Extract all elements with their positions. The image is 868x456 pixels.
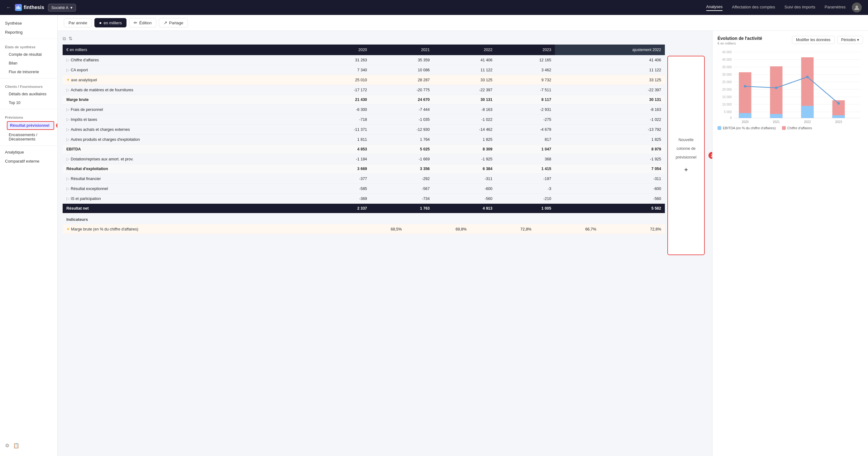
cell-value: -1 669 xyxy=(371,154,433,164)
cell-value: 30 131 xyxy=(433,95,496,105)
company-selector[interactable]: Société A ▾ xyxy=(48,4,76,11)
cell-value: -567 xyxy=(371,184,433,194)
chart-subtitle: € en milliers xyxy=(717,41,762,45)
cell-value: 21 430 xyxy=(308,95,371,105)
chart-controls: Modifier les données Périodes ▾ xyxy=(792,36,863,44)
expand-icon[interactable]: ▷ xyxy=(66,157,69,161)
expand-icon[interactable]: ▷ xyxy=(66,118,69,122)
cell-value: 4 853 xyxy=(308,144,371,154)
nav-affectation[interactable]: Affectation des comptes xyxy=(732,5,775,10)
periodes-button[interactable]: Périodes ▾ xyxy=(837,36,863,44)
new-column-button[interactable]: Nouvelle colonne de prévisionnel + xyxy=(668,56,705,255)
edition-button[interactable]: ✏ Édition xyxy=(129,18,156,27)
cell-value: 1 047 xyxy=(496,144,555,154)
indicator-value: 72,8% xyxy=(470,224,535,234)
sidebar-item-reporting[interactable]: Reporting xyxy=(0,28,57,37)
bar-ca-2021 xyxy=(770,66,783,118)
row-label: ▷Dotation/reprises aux amort. et prov. xyxy=(63,154,308,164)
clipboard-icon[interactable]: 📋 xyxy=(13,443,19,449)
cell-value: -197 xyxy=(496,174,555,184)
svg-text:25 000: 25 000 xyxy=(722,80,732,84)
expand-icon[interactable]: ▷ xyxy=(66,88,69,92)
cell-value: 3 462 xyxy=(496,65,555,75)
expand-icon[interactable]: ▷ xyxy=(66,58,69,62)
en-milliers-button[interactable]: ● en milliers xyxy=(94,18,126,27)
copy-icon[interactable]: ⧉ xyxy=(63,36,66,41)
expand-icon[interactable]: ▷ xyxy=(66,127,69,132)
sidebar-item-resultat-prev[interactable]: Résultat prévisionnel 1 xyxy=(7,121,54,130)
ebitda-point xyxy=(837,102,840,105)
expand-icon[interactable]: ▷ xyxy=(66,197,69,201)
divider xyxy=(0,145,57,146)
cell-value: -6 300 xyxy=(308,105,371,115)
sidebar-item-compte[interactable]: Compte de résultat xyxy=(0,50,57,59)
col-header-2021: 2021 xyxy=(371,44,433,55)
table-row-bold: Marge brute 21 430 24 670 30 131 8 117 3… xyxy=(63,95,665,105)
cell-value: -22 397 xyxy=(555,85,665,95)
sidebar-item-encaissements[interactable]: Encaissements / Décaissements xyxy=(0,131,57,143)
sort-icon[interactable]: ⇅ xyxy=(68,36,72,41)
expand-icon[interactable]: ▷ xyxy=(66,187,69,191)
row-label: ▷Achats de matières et de fournitures xyxy=(63,85,308,95)
cell-value: 33 125 xyxy=(433,75,496,85)
company-name: Société A xyxy=(52,5,68,10)
row-label: Marge brute xyxy=(63,95,308,105)
indicators-table: ✦Marge brute (en % du chiffre d'affaires… xyxy=(63,224,665,234)
modifier-donnees-button[interactable]: Modifier les données xyxy=(792,36,835,44)
expand-icon[interactable]: ▷ xyxy=(66,176,69,181)
cell-value: -1 022 xyxy=(555,115,665,125)
svg-rect-0 xyxy=(17,6,18,9)
bar-ebitda-2021 xyxy=(770,114,783,118)
svg-text:2020: 2020 xyxy=(742,120,749,124)
user-avatar[interactable] xyxy=(852,2,862,12)
svg-text:20 000: 20 000 xyxy=(722,88,732,91)
expand-icon[interactable]: ▷ xyxy=(66,107,69,112)
expand-icon[interactable]: ▷ xyxy=(66,68,69,72)
table-wrapper: € en milliers 2020 2021 2022 2023 ajuste… xyxy=(63,44,707,255)
indicator-value: 66,7% xyxy=(535,224,600,234)
cell-value: -11 371 xyxy=(308,125,371,135)
col-header-2022: 2022 xyxy=(433,44,496,55)
table-row: ▷Autres produits et charges d'exploitati… xyxy=(63,135,665,144)
par-annee-button[interactable]: Par année xyxy=(64,19,92,27)
cell-value: 3 669 xyxy=(308,164,371,174)
share-icon: ↗ xyxy=(163,20,167,25)
cell-value: 1 764 xyxy=(371,135,433,144)
cell-value: -311 xyxy=(433,174,496,184)
sidebar-item-top10[interactable]: Top 10 xyxy=(0,98,57,107)
cell-value: -1 925 xyxy=(433,154,496,164)
nav-suivi[interactable]: Suivi des imports xyxy=(784,5,815,10)
cell-value: -734 xyxy=(371,194,433,204)
sidebar-item-comparatif[interactable]: Comparatif externe xyxy=(0,157,57,166)
partage-button[interactable]: ↗ Partage xyxy=(159,18,188,27)
nav-parametres[interactable]: Paramètres xyxy=(825,5,845,10)
svg-rect-2 xyxy=(19,7,20,9)
sidebar-item-bilan[interactable]: Bilan xyxy=(0,59,57,68)
cell-value: -560 xyxy=(555,194,665,204)
cell-value: 12 165 xyxy=(496,55,555,65)
cell-value: -1 184 xyxy=(308,154,371,164)
cell-value: -1 022 xyxy=(433,115,496,125)
cell-value: -4 679 xyxy=(496,125,555,135)
sidebar-item-flux[interactable]: Flux de trésorerie xyxy=(0,68,57,76)
ebitda-point xyxy=(775,87,778,89)
svg-text:30 000: 30 000 xyxy=(722,73,732,76)
sidebar-item-synthese[interactable]: Synthèse xyxy=(0,19,57,28)
back-button[interactable]: ← xyxy=(6,5,11,10)
sidebar-item-details[interactable]: Détails des auxiliaires xyxy=(0,90,57,98)
indicator-row: ✦Marge brute (en % du chiffre d'affaires… xyxy=(63,224,665,234)
nav-analyses[interactable]: Analyses xyxy=(706,4,723,11)
sidebar-item-analytique[interactable]: Analytique xyxy=(0,148,57,157)
settings-icon[interactable]: ⚙ xyxy=(5,443,9,449)
legend-ebitda-color xyxy=(717,126,721,130)
cell-value: 7 054 xyxy=(555,164,665,174)
expand-icon[interactable]: ▷ xyxy=(66,137,69,142)
table-row: ▷Dotation/reprises aux amort. et prov. -… xyxy=(63,154,665,164)
row-label: ▷Autres produits et charges d'exploitati… xyxy=(63,135,308,144)
cell-value: 11 122 xyxy=(555,65,665,75)
plus-icon: + xyxy=(684,166,688,173)
table-row: ▷CA export 7 340 10 086 11 122 3 462 11 … xyxy=(63,65,665,75)
cell-value: 1 825 xyxy=(433,135,496,144)
cell-value: -8 163 xyxy=(433,105,496,115)
cell-value: -1 925 xyxy=(555,154,665,164)
